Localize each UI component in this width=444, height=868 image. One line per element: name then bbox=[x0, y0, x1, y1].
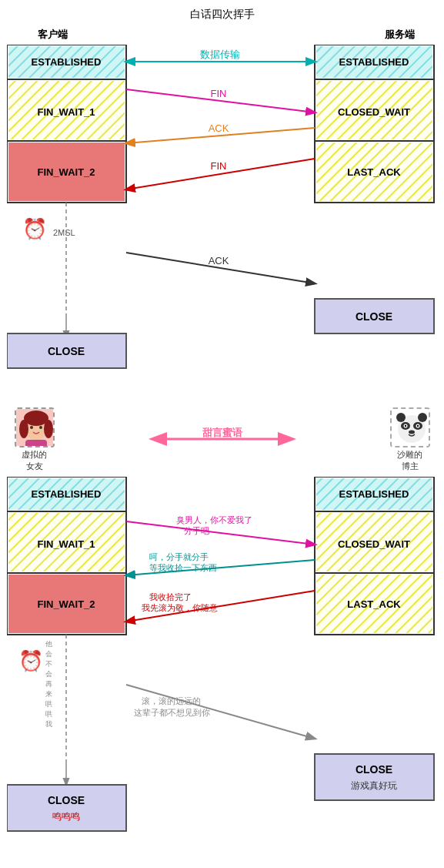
top-diagram: 白话四次挥手 客户端 服务端 ESTABLISHED FIN_WAIT_1 FI… bbox=[7, 8, 438, 378]
svg-text:不: 不 bbox=[45, 660, 52, 668]
svg-text:ESTABLISHED: ESTABLISHED bbox=[31, 488, 101, 500]
svg-text:他: 他 bbox=[45, 640, 52, 648]
top-diagram-body: ESTABLISHED FIN_WAIT_1 FIN_WAIT_2 ⏰ 2MSL… bbox=[7, 45, 438, 378]
svg-text:FIN_WAIT_2: FIN_WAIT_2 bbox=[37, 166, 95, 178]
svg-text:FIN_WAIT_2: FIN_WAIT_2 bbox=[37, 598, 95, 610]
sweet-talk-container: 甜言蜜语 bbox=[145, 427, 299, 453]
svg-text:我先滚为敬，你随意: 我先滚为敬，你随意 bbox=[142, 603, 218, 612]
svg-text:ESTABLISHED: ESTABLISHED bbox=[339, 488, 409, 500]
svg-rect-47 bbox=[25, 440, 47, 447]
svg-rect-86 bbox=[7, 785, 126, 831]
svg-text:CLOSE: CLOSE bbox=[355, 763, 392, 776]
svg-text:ACK: ACK bbox=[208, 255, 229, 266]
svg-text:CLOSE: CLOSE bbox=[355, 310, 392, 323]
top-arrows-svg: ESTABLISHED FIN_WAIT_1 FIN_WAIT_2 ⏰ 2MSL… bbox=[7, 45, 438, 376]
svg-text:LAST_ACK: LAST_ACK bbox=[347, 166, 401, 178]
svg-point-43 bbox=[19, 420, 28, 438]
svg-text:数据传输: 数据传输 bbox=[200, 49, 240, 60]
avatar-girl-img bbox=[15, 407, 55, 447]
bottom-arrows-svg: ESTABLISHED FIN_WAIT_1 FIN_WAIT_2 ⏰ 他 会 … bbox=[7, 477, 438, 839]
svg-text:FIN_WAIT_1: FIN_WAIT_1 bbox=[37, 538, 95, 550]
svg-point-60 bbox=[418, 413, 427, 422]
svg-text:这辈子都不想见到你: 这辈子都不想见到你 bbox=[134, 708, 210, 717]
avatar-row: 虚拟的女友 甜言蜜语 bbox=[7, 407, 438, 472]
svg-text:来: 来 bbox=[45, 690, 52, 698]
svg-text:2MSL: 2MSL bbox=[53, 228, 75, 237]
svg-text:呵，分手就分手: 呵，分手就分手 bbox=[149, 552, 209, 561]
diagram-container: 白话四次挥手 客户端 服务端 ESTABLISHED FIN_WAIT_1 FI… bbox=[0, 0, 444, 849]
avatar-girl-label: 虚拟的女友 bbox=[22, 449, 47, 472]
top-title: 白话四次挥手 bbox=[7, 8, 438, 22]
svg-line-101 bbox=[126, 521, 315, 545]
svg-point-57 bbox=[416, 425, 418, 427]
svg-text:滚，滚的远远的: 滚，滚的远远的 bbox=[142, 696, 201, 705]
bottom-diagram-body: ESTABLISHED FIN_WAIT_1 FIN_WAIT_2 ⏰ 他 会 … bbox=[7, 477, 438, 841]
svg-text:CLOSE: CLOSE bbox=[47, 794, 84, 806]
svg-text:FIN: FIN bbox=[210, 88, 226, 99]
svg-text:ESTABLISHED: ESTABLISHED bbox=[339, 56, 409, 68]
bottom-diagram: 虚拟的女友 甜言蜜语 bbox=[7, 407, 438, 841]
svg-text:LAST_ACK: LAST_ACK bbox=[347, 598, 401, 610]
svg-point-56 bbox=[404, 425, 406, 427]
svg-point-45 bbox=[30, 426, 33, 429]
svg-point-59 bbox=[396, 413, 406, 422]
svg-text:⏰: ⏰ bbox=[18, 648, 44, 673]
svg-point-46 bbox=[39, 426, 42, 429]
svg-point-58 bbox=[409, 431, 415, 434]
avatar-panda-label: 沙雕的博主 bbox=[397, 449, 422, 472]
avatar-left: 虚拟的女友 bbox=[15, 407, 55, 472]
svg-text:臭男人，你不爱我了: 臭男人，你不爱我了 bbox=[176, 515, 252, 524]
server-header: 服务端 bbox=[385, 28, 415, 42]
svg-text:FIN_WAIT_1: FIN_WAIT_1 bbox=[37, 106, 95, 118]
avatar-right: 沙雕的博主 bbox=[390, 407, 430, 472]
svg-text:游戏真好玩: 游戏真好玩 bbox=[351, 780, 397, 791]
svg-text:FIN: FIN bbox=[210, 160, 226, 172]
svg-text:CLOSE: CLOSE bbox=[47, 345, 84, 357]
svg-text:ESTABLISHED: ESTABLISHED bbox=[31, 56, 101, 68]
svg-point-44 bbox=[44, 420, 53, 438]
columns-header: 客户端 服务端 bbox=[7, 28, 438, 42]
svg-text:CLOSED_WAIT: CLOSED_WAIT bbox=[338, 538, 410, 550]
svg-text:哄: 哄 bbox=[45, 700, 52, 708]
svg-text:⏰: ⏰ bbox=[22, 216, 48, 241]
sweet-talk-arrow: 甜言蜜语 bbox=[145, 427, 299, 451]
svg-text:等我收拾一下东西: 等我收拾一下东西 bbox=[149, 563, 217, 572]
svg-text:甜言蜜语: 甜言蜜语 bbox=[202, 427, 243, 438]
client-header: 客户端 bbox=[38, 28, 68, 42]
svg-rect-98 bbox=[315, 754, 434, 800]
svg-text:哄: 哄 bbox=[45, 710, 52, 718]
avatar-panda-img bbox=[390, 407, 430, 447]
svg-text:会: 会 bbox=[45, 650, 52, 658]
svg-text:鸣鸣鸣: 鸣鸣鸣 bbox=[52, 811, 80, 822]
svg-text:我收拾完了: 我收拾完了 bbox=[149, 592, 192, 602]
svg-text:ACK: ACK bbox=[208, 122, 229, 134]
svg-text:再: 再 bbox=[45, 680, 52, 688]
svg-text:我: 我 bbox=[45, 720, 52, 728]
svg-text:分手吧: 分手吧 bbox=[184, 526, 209, 535]
svg-text:CLOSED_WAIT: CLOSED_WAIT bbox=[338, 106, 410, 118]
svg-text:会: 会 bbox=[45, 670, 52, 678]
